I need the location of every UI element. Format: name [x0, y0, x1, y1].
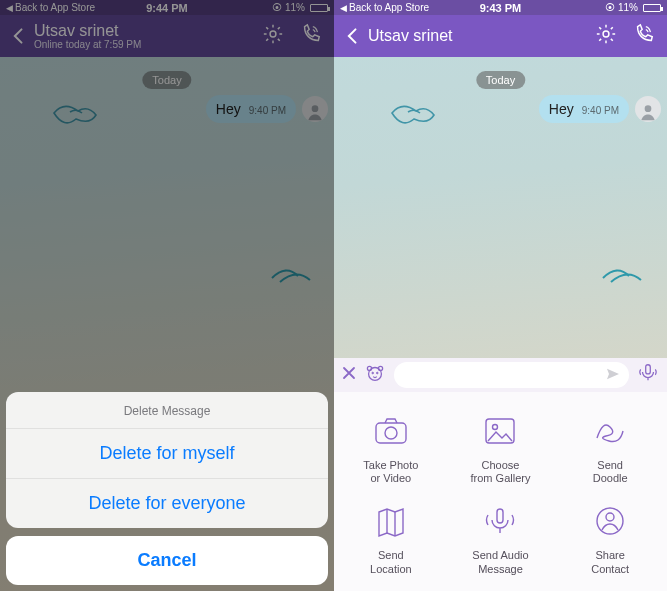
- nav-title-area[interactable]: Utsav srinet: [368, 27, 595, 45]
- status-time: 9:43 PM: [480, 2, 522, 14]
- alarm-icon: ⦿: [605, 2, 615, 13]
- svg-point-8: [376, 372, 378, 374]
- status-back-label: Back to App Store: [349, 2, 429, 13]
- attach-label: Send Audio Message: [472, 549, 528, 577]
- svg-point-13: [493, 424, 498, 429]
- call-button[interactable]: [633, 23, 655, 49]
- back-chevron-icon: ◀: [340, 3, 347, 13]
- svg-point-5: [367, 366, 371, 370]
- chat-area[interactable]: Today Hey 9:40 PM: [334, 57, 667, 591]
- take-photo-button[interactable]: Take Photo or Video: [338, 404, 444, 491]
- bear-icon: [364, 362, 386, 384]
- close-icon: [342, 366, 356, 380]
- share-contact-button[interactable]: Share Contact: [557, 495, 663, 582]
- delete-for-myself-button[interactable]: Delete for myself: [6, 429, 328, 479]
- choose-gallery-button[interactable]: Choose from Gallery: [448, 404, 554, 491]
- close-attachments-button[interactable]: [342, 366, 356, 384]
- screen-delete-message: ◀ Back to App Store 9:44 PM ⦿ 11% Utsav …: [0, 0, 334, 591]
- attach-label: Choose from Gallery: [471, 459, 531, 487]
- battery-percent: 11%: [618, 2, 638, 13]
- svg-rect-14: [497, 509, 503, 523]
- svg-point-11: [385, 427, 397, 439]
- nav-bar: Utsav srinet: [334, 15, 667, 57]
- message-time: 9:40 PM: [582, 105, 619, 116]
- voice-button[interactable]: [637, 362, 659, 388]
- person-icon: [638, 102, 658, 122]
- action-sheet: Delete Message Delete for myself Delete …: [6, 392, 328, 585]
- sticker-button[interactable]: [364, 362, 386, 388]
- message-input[interactable]: [394, 362, 629, 388]
- camera-icon: [371, 411, 411, 451]
- status-bar: ◀ Back to App Store 9:43 PM ⦿ 11%: [334, 0, 667, 15]
- doodle-icon: [590, 411, 630, 451]
- microphone-icon: [637, 362, 659, 384]
- svg-point-2: [603, 31, 609, 37]
- settings-button[interactable]: [595, 23, 617, 49]
- gear-icon: [595, 23, 617, 45]
- contact-name: Utsav srinet: [368, 27, 595, 45]
- message-text: Hey: [549, 101, 574, 117]
- avatar[interactable]: [635, 96, 661, 122]
- map-icon: [371, 501, 411, 541]
- cancel-button[interactable]: Cancel: [6, 536, 328, 585]
- svg-point-6: [378, 366, 382, 370]
- chevron-left-icon: [343, 26, 363, 46]
- status-back-to-app[interactable]: ◀ Back to App Store: [340, 2, 429, 13]
- send-audio-button[interactable]: Send Audio Message: [448, 495, 554, 582]
- svg-rect-10: [376, 423, 406, 443]
- send-icon: [605, 366, 621, 382]
- gallery-icon: [480, 411, 520, 451]
- contact-icon: [590, 501, 630, 541]
- svg-point-4: [369, 368, 382, 381]
- status-right: ⦿ 11%: [605, 2, 661, 13]
- audio-message-icon: [480, 501, 520, 541]
- send-doodle-button[interactable]: Send Doodle: [557, 404, 663, 491]
- message-bubble[interactable]: Hey 9:40 PM: [539, 95, 629, 123]
- message-row[interactable]: Hey 9:40 PM: [539, 95, 661, 123]
- attach-label: Take Photo or Video: [363, 459, 418, 487]
- svg-point-16: [606, 513, 614, 521]
- svg-rect-9: [646, 365, 651, 374]
- send-button[interactable]: [605, 366, 621, 386]
- day-separator: Today: [476, 71, 525, 89]
- input-bar: [334, 358, 667, 392]
- attach-label: Send Location: [370, 549, 412, 577]
- sheet-title: Delete Message: [6, 392, 328, 429]
- send-location-button[interactable]: Send Location: [338, 495, 444, 582]
- attach-label: Send Doodle: [593, 459, 628, 487]
- delete-for-everyone-button[interactable]: Delete for everyone: [6, 479, 328, 528]
- attachment-panel: Take Photo or Video Choose from Gallery …: [334, 392, 667, 591]
- svg-point-3: [645, 105, 652, 112]
- battery-icon: [643, 4, 661, 12]
- screen-attachment-panel: ◀ Back to App Store 9:43 PM ⦿ 11% Utsav …: [334, 0, 667, 591]
- attach-label: Share Contact: [591, 549, 629, 577]
- back-button[interactable]: [342, 26, 364, 46]
- svg-point-7: [372, 372, 374, 374]
- phone-icon: [633, 23, 655, 45]
